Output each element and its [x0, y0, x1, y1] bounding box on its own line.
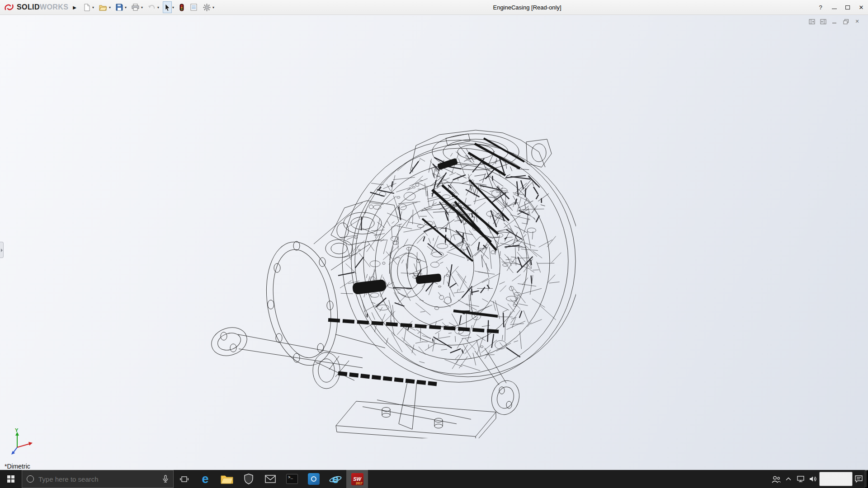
system-tray: 11:52 AM 1/11/2019 [770, 470, 868, 488]
app-name: SOLIDWORKS [17, 3, 68, 11]
solidworks-logo: SOLIDWORKS [0, 2, 70, 12]
search-input[interactable] [38, 475, 158, 483]
people-icon [772, 475, 781, 483]
app-media[interactable] [303, 470, 325, 488]
open-dropdown[interactable]: ▾ [108, 5, 111, 10]
volume-icon [809, 475, 817, 483]
pinned-apps: e >_ e [194, 470, 368, 488]
people-button[interactable] [770, 470, 783, 488]
microphone-icon[interactable] [162, 475, 169, 483]
sw-badge-year: 2017 [356, 482, 362, 485]
app-file-explorer[interactable] [216, 470, 238, 488]
titlebar: SOLIDWORKS ▶ ▾ ▾ [0, 0, 868, 15]
triad-y-label: Y [15, 427, 19, 433]
print-dropdown[interactable]: ▾ [141, 5, 143, 10]
minimize-button[interactable] [827, 0, 841, 15]
graphics-viewport[interactable]: ✕ [0, 15, 868, 470]
app-solidworks-2017[interactable]: SW 2017 [346, 470, 368, 488]
print-button[interactable] [130, 1, 141, 13]
media-app-icon [308, 473, 320, 485]
print-icon [132, 4, 139, 11]
minimize-icon [832, 9, 837, 9]
new-document-button[interactable] [82, 1, 92, 13]
select-cursor-icon [164, 4, 170, 11]
app-command-prompt[interactable]: >_ [281, 470, 303, 488]
gear-icon [203, 4, 211, 11]
undo-dropdown[interactable]: ▾ [157, 5, 160, 10]
menu-expand-button[interactable]: ▶ [73, 5, 76, 10]
action-center-button[interactable] [853, 470, 865, 488]
app-mail[interactable] [259, 470, 281, 488]
window-controls: ? ✕ [814, 0, 868, 15]
solidworks-window: SOLIDWORKS ▶ ▾ ▾ [0, 0, 868, 488]
document-title: EngineCasing [Read-only] [493, 0, 561, 15]
select-tool-dropdown[interactable]: ▾ [172, 5, 175, 10]
action-center-icon [854, 475, 863, 483]
dassault-logo-icon [4, 2, 14, 12]
shield-icon [244, 474, 254, 484]
undo-button[interactable] [146, 1, 157, 13]
feature-tree-collapse-handle[interactable] [0, 242, 4, 258]
chevron-up-icon [785, 476, 792, 482]
maximize-icon [845, 5, 850, 9]
open-button[interactable] [98, 1, 108, 13]
command-prompt-icon: >_ [286, 474, 298, 484]
rebuild-button[interactable] [178, 1, 186, 13]
new-document-icon [83, 4, 90, 11]
clock-date: 1/11/2019 [824, 479, 848, 485]
rebuild-traffic-light-icon [179, 4, 184, 11]
taskbar-clock[interactable]: 11:52 AM 1/11/2019 [819, 472, 853, 486]
task-view-button[interactable] [174, 470, 194, 488]
doc-close-button[interactable]: ✕ [854, 18, 861, 25]
mail-envelope-icon [265, 475, 276, 483]
pane-right-button[interactable] [820, 18, 827, 25]
save-dropdown[interactable]: ▾ [124, 5, 127, 10]
windows-logo-icon [7, 475, 14, 483]
open-folder-icon [99, 4, 107, 11]
file-properties-button[interactable] [189, 1, 198, 13]
engine-casing-wireframe-model[interactable] [203, 126, 576, 438]
pane-left-button[interactable] [808, 18, 816, 25]
network-icon [797, 475, 805, 483]
app-name-solid: SOLID [17, 3, 40, 11]
reference-triad[interactable]: Y [10, 427, 37, 458]
internet-explorer-icon: e [329, 472, 342, 486]
edge-icon: e [202, 473, 208, 485]
new-document-dropdown[interactable]: ▾ [92, 5, 94, 10]
maximize-button[interactable] [841, 0, 854, 15]
windows-taskbar: e >_ e [0, 470, 868, 488]
volume-button[interactable] [807, 470, 819, 488]
doc-restore-button[interactable] [842, 18, 849, 25]
app-microsoft-edge[interactable]: e [194, 470, 216, 488]
doc-minimize-button[interactable] [831, 18, 838, 25]
help-button[interactable]: ? [814, 0, 827, 15]
show-desktop-button[interactable] [865, 470, 868, 488]
save-icon [116, 4, 123, 11]
cortana-icon [27, 475, 34, 483]
clock-time: 11:52 AM [824, 473, 848, 479]
quick-access-toolbar: ▾ ▾ ▾ [82, 1, 217, 13]
app-name-works: WORKS [40, 3, 68, 11]
options-dropdown[interactable]: ▾ [212, 5, 215, 10]
options-button[interactable] [202, 1, 212, 13]
document-window-controls: ✕ [808, 18, 861, 25]
file-explorer-icon [221, 474, 233, 484]
task-view-icon [180, 475, 189, 483]
taskbar-search[interactable] [22, 470, 174, 488]
undo-icon [148, 4, 156, 11]
view-orientation-label: *Dimetric [5, 463, 30, 470]
network-button[interactable] [795, 470, 807, 488]
solidworks-app-icon: SW 2017 [351, 473, 363, 485]
close-button[interactable]: ✕ [854, 0, 868, 15]
hidden-icons-button[interactable] [783, 470, 795, 488]
sw-badge-text: SW [353, 476, 361, 482]
file-properties-icon [190, 4, 197, 11]
app-internet-explorer[interactable]: e [325, 470, 346, 488]
app-windows-defender[interactable] [238, 470, 259, 488]
save-button[interactable] [114, 1, 124, 13]
select-tool-button[interactable] [163, 1, 172, 13]
start-button[interactable] [0, 470, 22, 488]
